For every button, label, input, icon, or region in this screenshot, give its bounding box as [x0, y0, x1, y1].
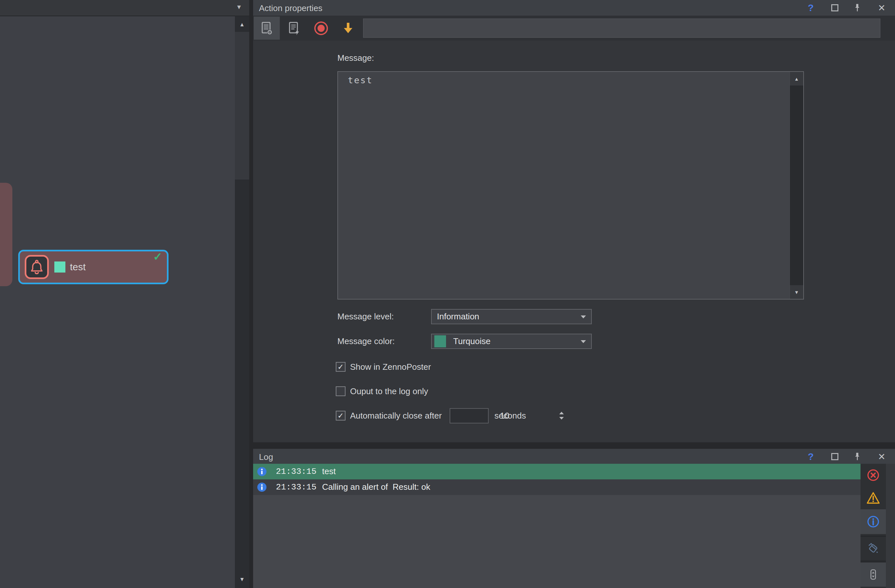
log-row[interactable]: 21:33:15 test — [253, 464, 860, 479]
canvas-topbar: ▼ — [0, 0, 249, 16]
log-message: test — [322, 466, 336, 476]
help-icon[interactable]: ? — [805, 2, 816, 13]
color-swatch — [434, 335, 446, 347]
info-icon — [257, 467, 267, 476]
maximize-icon[interactable] — [831, 4, 838, 11]
projectmaker-window: ▼ test ✓ ▲ ▼ Action properties — [0, 0, 895, 588]
increment-icon[interactable] — [559, 412, 564, 414]
auto-close-checkbox[interactable]: ✓ — [336, 411, 346, 421]
auto-close-row: ✓ Automatically close after seconds — [336, 408, 526, 423]
error-icon — [866, 468, 880, 482]
paint-bucket-icon — [866, 541, 881, 556]
message-text: test — [338, 72, 789, 299]
message-label: Message: — [337, 53, 374, 63]
warning-icon — [866, 491, 881, 505]
log-panel: Log ? ✕ 21:33:15 test — [253, 449, 895, 588]
checkbox-label: Automatically close after — [350, 411, 442, 421]
properties-tab-button[interactable] — [254, 17, 280, 40]
message-color-select[interactable]: Turquoise — [431, 334, 592, 349]
properties-toolbar — [253, 16, 895, 41]
log-filter-strip — [860, 464, 886, 588]
autoscroll-icon — [867, 568, 880, 581]
chevron-down-icon — [581, 315, 586, 318]
message-color-label: Message color: — [337, 336, 394, 346]
textarea-scrollbar[interactable]: ▲ ▼ — [790, 72, 803, 299]
filter-warnings-button[interactable] — [860, 486, 886, 509]
stepper-arrows — [559, 409, 564, 423]
up-arrow-icon: ▲ — [794, 76, 799, 82]
offscreen-node[interactable] — [0, 183, 12, 286]
info-icon — [257, 482, 267, 492]
textarea-scroll-up[interactable]: ▲ — [790, 72, 803, 86]
seconds-stepper[interactable] — [450, 408, 488, 423]
autoscroll-button[interactable] — [860, 563, 886, 587]
message-level-value: Information — [437, 312, 479, 322]
scroll-down-button[interactable]: ▼ — [235, 572, 249, 587]
success-check-icon: ✓ — [153, 250, 163, 263]
panel-title: Log — [259, 452, 273, 462]
output-log-only-row: Ouput to the log only — [336, 383, 428, 399]
step-down-button[interactable] — [335, 17, 361, 40]
message-color-value: Turquoise — [453, 336, 491, 346]
action-properties-panel: Action properties ? ✕ — [253, 0, 895, 442]
log-right-edge — [886, 464, 895, 588]
record-button[interactable] — [308, 17, 334, 40]
right-dock: Action properties ? ✕ — [253, 0, 895, 588]
check-icon: ✓ — [337, 363, 344, 371]
maximize-icon[interactable] — [831, 453, 838, 460]
help-icon[interactable]: ? — [805, 451, 816, 462]
node-label: test — [70, 261, 86, 273]
alert-action-node[interactable]: test ✓ — [18, 250, 168, 284]
seconds-unit-label: seconds — [495, 411, 526, 421]
node-color-swatch — [54, 261, 65, 273]
close-icon[interactable]: ✕ — [876, 3, 887, 13]
flow-canvas[interactable]: test ✓ — [0, 16, 235, 588]
action-title-input[interactable] — [363, 18, 880, 38]
log-titlebar: Log ? ✕ — [253, 449, 895, 464]
code-tab-button[interactable] — [281, 17, 307, 40]
down-arrow-icon: ▼ — [240, 576, 245, 583]
message-level-label: Message level: — [337, 312, 394, 322]
show-in-zennoposter-checkbox[interactable]: ✓ — [336, 362, 346, 372]
canvas-scrollbar[interactable]: ▲ ▼ — [235, 16, 249, 588]
scrollbar-thumb[interactable] — [235, 32, 249, 180]
output-log-only-checkbox[interactable] — [336, 386, 346, 396]
panel-title: Action properties — [259, 3, 322, 13]
log-message: Calling an alert of Result: ok — [322, 482, 430, 492]
chevron-down-icon[interactable]: ▼ — [236, 4, 242, 11]
checkbox-label: Ouput to the log only — [350, 386, 428, 396]
message-textarea[interactable]: test ▲ ▼ — [337, 71, 804, 300]
yellow-down-arrow-icon — [341, 21, 355, 35]
close-icon[interactable]: ✕ — [876, 452, 887, 462]
pin-icon[interactable] — [853, 3, 861, 12]
up-arrow-icon: ▲ — [240, 21, 245, 28]
log-list[interactable]: 21:33:15 test 21:33:15 Calling an alert … — [253, 464, 860, 588]
titlebar-buttons: ? ✕ — [805, 0, 887, 16]
textarea-scroll-down[interactable]: ▼ — [790, 285, 803, 299]
log-time: 21:33:15 — [276, 467, 317, 476]
clear-log-button[interactable] — [860, 536, 886, 562]
filter-info-button[interactable] — [860, 509, 886, 534]
info-outline-icon — [866, 514, 880, 529]
titlebar-buttons: ? ✕ — [805, 449, 887, 464]
decrement-icon[interactable] — [559, 417, 564, 420]
action-properties-titlebar: Action properties ? ✕ — [253, 0, 895, 16]
log-row[interactable]: 21:33:15 Calling an alert of Result: ok — [253, 479, 860, 495]
bell-icon — [25, 255, 49, 279]
down-arrow-icon: ▼ — [794, 289, 799, 295]
pin-icon[interactable] — [853, 452, 861, 461]
message-level-select[interactable]: Information — [431, 309, 592, 324]
filter-errors-button[interactable] — [860, 464, 886, 486]
show-in-zennoposter-row: ✓ Show in ZennoPoster — [336, 359, 431, 375]
log-time: 21:33:15 — [276, 482, 317, 492]
record-icon — [314, 21, 328, 35]
check-icon: ✓ — [337, 411, 344, 420]
checkbox-label: Show in ZennoPoster — [350, 362, 431, 372]
chevron-down-icon — [581, 340, 586, 343]
scroll-up-button[interactable]: ▲ — [235, 18, 249, 32]
